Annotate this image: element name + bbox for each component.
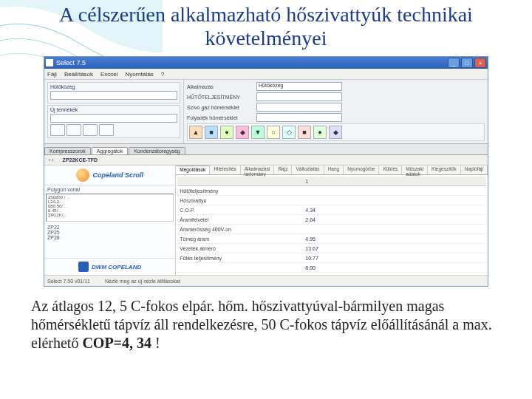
tool-icon[interactable]: ● (220, 126, 233, 139)
data-key: Áramfelvétel (177, 217, 305, 222)
nav-arrows[interactable]: ‹ › (49, 157, 54, 163)
tool-icon[interactable]: ◆ (236, 126, 249, 139)
menubar: Fájl Beállítások Exccel Nyomtatás ? (44, 69, 488, 80)
subtab-bar: Megoldások Hitelesítés Alkalmazási tarto… (176, 166, 488, 175)
param-label: Folyadék hőmérséklet (187, 115, 253, 120)
tool-icon[interactable]: ◇ (282, 126, 296, 139)
tab[interactable]: Kompresszorok (44, 147, 91, 154)
param-value[interactable]: Hűtőközeg (256, 82, 342, 91)
small-button[interactable] (66, 124, 81, 136)
group-box: Hűtőközeg (47, 82, 180, 103)
data-key: Fűtés teljesítmény (177, 256, 305, 261)
subtab[interactable]: Hitelesítés (210, 166, 240, 174)
subtab[interactable]: Kiegészítők (428, 166, 461, 174)
tool-icon[interactable]: ○ (267, 126, 280, 139)
param-value[interactable] (256, 113, 342, 122)
tool-icon[interactable]: ■ (298, 126, 311, 139)
menu-item[interactable]: Fájl (47, 71, 57, 78)
window-title: Select 7.5 (56, 59, 448, 66)
menu-item[interactable]: ? (161, 71, 164, 78)
brand-icon (78, 262, 89, 272)
data-key: Tömeg áram (177, 236, 305, 242)
group-title: Új termékek (50, 107, 177, 112)
list-item[interactable]: ZP25 (47, 230, 172, 235)
subtab[interactable]: Hang (324, 166, 344, 174)
subtab[interactable]: Műszaki adatok (402, 166, 428, 174)
group-box: Új termékek (47, 105, 180, 138)
group-title: Hűtőközeg (50, 84, 177, 89)
menu-item[interactable]: Beállítások (64, 71, 93, 78)
data-key: Vezeték átmérő (177, 246, 305, 251)
tool-icon[interactable]: ▲ (189, 126, 202, 139)
maximize-button[interactable]: □ (461, 58, 473, 68)
brand-logo: Copeland Scroll (44, 166, 175, 185)
menu-item[interactable]: Exccel (100, 71, 118, 78)
tool-icon[interactable]: ■ (205, 126, 218, 139)
dropdown[interactable] (50, 91, 177, 100)
main-tabbar: Kompresszorok Aggregátok Kondenzátoregys… (44, 144, 488, 155)
tool-icon[interactable]: ▼ (251, 126, 265, 139)
brand-text: Copeland Scroll (92, 171, 143, 179)
list-item[interactable]: ZP22 (47, 225, 172, 230)
titlebar: Select 7.5 _ □ × (44, 57, 488, 69)
data-val: 4.34 (305, 208, 316, 213)
tab[interactable]: Aggregátok (92, 147, 129, 154)
model-label: ZP22KCE-TFD (63, 157, 98, 163)
tool-icon[interactable]: ◆ (329, 126, 342, 139)
left-panel: Hűtőközeg Új termékek (44, 80, 184, 143)
data-table: 1 Hűtőteljesítmény Hőszivattyú C.O.P.4.3… (176, 175, 488, 274)
brand-text: DWM COPELAND (92, 264, 141, 270)
small-button[interactable] (50, 124, 65, 136)
tab[interactable]: Kondenzátoregység (129, 147, 185, 154)
subtab[interactable]: Küldés (379, 166, 402, 174)
subtab[interactable]: Naplófájl (461, 166, 488, 174)
minimize-button[interactable]: _ (448, 58, 460, 68)
data-key: C.O.P. (177, 208, 305, 213)
midbar: ‹ › ZP22KCE-TFD (44, 155, 488, 166)
caption-bold: COP=4, 34 (82, 335, 151, 351)
param-value[interactable] (256, 103, 342, 112)
list-item[interactable]: ZP28 (47, 235, 172, 240)
content-panel: Megoldások Hitelesítés Alkalmazási tarto… (176, 166, 488, 275)
param-label: HŰTŐTELJESÍTMÉNY (187, 95, 253, 100)
data-key: Áramerősség 400V-on (177, 227, 305, 232)
data-val: 4.95 (305, 236, 316, 242)
app-icon (46, 59, 53, 66)
status-left: Select 7.50 v01/11 (47, 279, 90, 284)
dropdown[interactable] (50, 114, 177, 123)
icon-toolbar: ▲ ■ ● ◆ ▼ ○ ◇ ■ ● ◆ (187, 123, 485, 141)
small-button[interactable] (83, 124, 98, 136)
subtab[interactable]: Rajz (274, 166, 292, 174)
data-key: Hőszivattyú (177, 198, 305, 203)
data-key: Hűtőteljesítmény (177, 188, 305, 194)
subtab[interactable]: Változtatás (292, 166, 324, 174)
col-header: 1 (305, 179, 308, 184)
param-label: Alkalmazás (187, 84, 253, 89)
data-val: 8.00 (305, 265, 316, 270)
swirl-icon (76, 168, 89, 182)
tool-icon[interactable]: ● (313, 126, 327, 139)
params-panel: AlkalmazásHűtőközeg HŰTŐTELJESÍTMÉNY Szí… (184, 80, 488, 143)
data-val: 13.67 (305, 246, 318, 251)
status-right: Nézle meg az új nézle állitásokat (105, 279, 180, 284)
sidebar: Copeland Scroll Polygon vonal 250200 / .… (44, 166, 176, 275)
list-item[interactable]: ZR12K/... (48, 213, 171, 217)
close-button[interactable]: × (474, 58, 486, 68)
list-title: Polygon vonal (44, 185, 175, 194)
data-val: 2.64 (305, 217, 316, 222)
param-value[interactable] (256, 92, 342, 101)
statusbar: Select 7.50 v01/11 Nézle meg az új nézle… (44, 275, 488, 286)
brand-logo-2: DWM COPELAND (44, 258, 175, 275)
param-label: Szívó gáz hőmérséklet (187, 105, 253, 110)
data-val: 10.77 (305, 256, 318, 261)
app-screenshot: Select 7.5 _ □ × Fájl Beállítások Exccel… (44, 56, 488, 287)
list-box[interactable]: 250200 / ... L2/L2... 680.50/... 6.45/..… (46, 194, 174, 222)
slide-title: A célszerűen alkalmazható hőszivattyúk t… (18, 3, 514, 50)
caption-tail: ! (151, 335, 160, 351)
subtab[interactable]: Alkalmazási tartomány (241, 166, 275, 174)
subtab[interactable]: Nyomógörbe (344, 166, 379, 174)
subtab[interactable]: Megoldások (176, 166, 210, 174)
slide-caption: Az átlagos 12, 5 C-fokos elpár. hőm. hős… (18, 297, 514, 352)
menu-item[interactable]: Nyomtatás (126, 71, 154, 78)
small-button[interactable] (99, 124, 114, 136)
